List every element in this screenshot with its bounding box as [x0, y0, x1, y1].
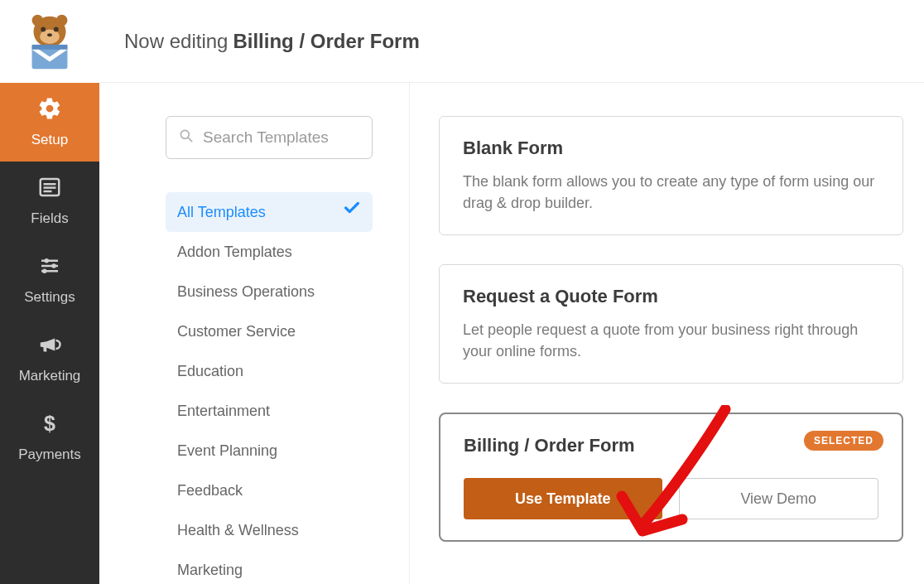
category-label: Marketing [177, 550, 243, 584]
sliders-icon [37, 253, 62, 282]
category-marketing[interactable]: Marketing [166, 550, 373, 584]
category-label: Addon Templates [177, 232, 292, 272]
search-templates-input[interactable] [203, 128, 360, 147]
svg-point-17 [51, 263, 56, 268]
category-label: All Templates [177, 192, 266, 232]
gear-icon [37, 96, 62, 125]
nav-item-fields[interactable]: Fields [0, 162, 99, 240]
svg-point-1 [32, 15, 44, 27]
selected-badge: SELECTED [804, 431, 883, 451]
list-icon [37, 175, 62, 204]
nav-item-marketing[interactable]: Marketing [0, 319, 99, 398]
title-bar: Now editing Billing / Order Form [99, 0, 924, 83]
category-business-operations[interactable]: Business Operations [166, 272, 373, 311]
view-demo-button[interactable]: View Demo [679, 478, 879, 519]
template-title: Blank Form [463, 138, 879, 159]
svg-point-6 [47, 33, 52, 36]
svg-point-15 [45, 258, 50, 263]
nav-item-setup[interactable]: Setup [0, 83, 99, 162]
svg-text:$: $ [44, 412, 55, 435]
template-categories-panel: All Templates Addon Templates Business O… [99, 83, 410, 584]
nav-label: Payments [18, 446, 81, 463]
title-form-name: Billing / Order Form [233, 30, 419, 53]
nav-item-settings[interactable]: Settings [0, 240, 99, 319]
category-customer-service[interactable]: Customer Service [166, 311, 373, 351]
nav-label: Fields [31, 210, 68, 227]
category-education[interactable]: Education [166, 351, 373, 391]
template-card-billing-order[interactable]: SELECTED Billing / Order Form Use Templa… [439, 413, 903, 542]
template-description: The blank form allows you to create any … [463, 171, 879, 214]
template-description: Let people request a quote from your bus… [463, 319, 879, 362]
category-label: Feedback [177, 471, 243, 510]
svg-point-2 [56, 15, 68, 27]
template-title: Request a Quote Form [463, 286, 879, 307]
nav-item-payments[interactable]: $ Payments [0, 398, 99, 476]
template-card-request-quote[interactable]: Request a Quote Form Let people request … [439, 264, 903, 384]
category-event-planning[interactable]: Event Planning [166, 431, 373, 471]
category-label: Event Planning [177, 431, 277, 471]
app-logo [0, 0, 99, 83]
nav-rail: Setup Fields Settings Marketing $ Paymen… [0, 0, 99, 584]
check-icon [343, 192, 361, 232]
svg-line-22 [189, 138, 192, 142]
category-label: Business Operations [177, 272, 315, 311]
svg-point-4 [41, 27, 46, 31]
svg-point-21 [180, 130, 189, 138]
category-label: Health & Wellness [177, 510, 299, 550]
category-health-wellness[interactable]: Health & Wellness [166, 510, 373, 550]
svg-point-19 [42, 269, 47, 274]
category-label: Entertainment [177, 391, 270, 431]
search-icon [178, 128, 195, 147]
svg-rect-9 [32, 45, 68, 50]
nav-label: Marketing [19, 368, 81, 384]
search-template-wrap [166, 116, 373, 159]
nav-label: Setup [31, 132, 68, 148]
template-card-blank-form[interactable]: Blank Form The blank form allows you to … [439, 116, 903, 235]
template-cards-panel: Blank Form The blank form allows you to … [410, 83, 924, 584]
category-all-templates[interactable]: All Templates [166, 192, 373, 232]
bullhorn-icon [37, 332, 62, 361]
title-prefix: Now editing [124, 30, 228, 53]
category-addon-templates[interactable]: Addon Templates [166, 232, 373, 272]
category-label: Customer Service [177, 311, 296, 351]
svg-point-5 [54, 27, 59, 31]
use-template-button[interactable]: Use Template [464, 478, 662, 519]
category-feedback[interactable]: Feedback [166, 471, 373, 510]
category-entertainment[interactable]: Entertainment [166, 391, 373, 431]
nav-label: Settings [24, 289, 75, 306]
dollar-icon: $ [37, 411, 62, 440]
category-label: Education [177, 351, 243, 391]
